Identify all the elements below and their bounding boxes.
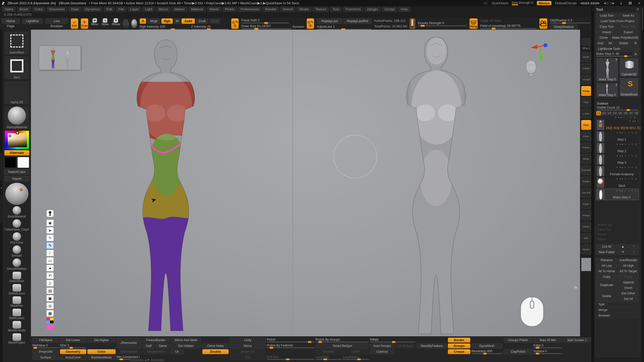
panel-scrollbar[interactable] bbox=[641, 6, 644, 362]
make-step-r-button[interactable]: R bbox=[633, 52, 639, 57]
auto-groups-button[interactable]: Auto Groups bbox=[370, 343, 394, 348]
tool-thumbnail-step[interactable]: 7 Make Step 0 bbox=[596, 83, 618, 97]
left-tray-divider[interactable]: ◄ bbox=[0, 30, 3, 362]
ruler-icon[interactable]: ∕ bbox=[46, 250, 54, 256]
shelf-button[interactable]: Persp bbox=[581, 86, 591, 96]
shelf-button[interactable]: Rotate bbox=[581, 176, 591, 187]
shelf-button[interactable]: Transp bbox=[581, 210, 591, 220]
insert-button[interactable]: Insert bbox=[618, 286, 639, 290]
refresh-icon[interactable]: ↺ bbox=[636, 8, 639, 11]
material-item[interactable]: FabioPaiva_Clay2 bbox=[4, 219, 29, 231]
menu-item[interactable]: Help bbox=[398, 7, 410, 12]
subtool-master-icons[interactable]: ▾ ●● ◐ ◑ ✎ ◎ bbox=[596, 116, 639, 119]
shelf-button[interactable]: Xpose bbox=[581, 244, 591, 254]
focal-shift-slider[interactable]: Focal Shift 0 bbox=[241, 18, 289, 23]
colorize-button[interactable]: Colorize bbox=[370, 349, 394, 354]
append-button[interactable]: Append bbox=[618, 280, 639, 285]
camera-icon[interactable]: ◎ bbox=[46, 302, 54, 309]
paste-subtool-button[interactable]: Paste bbox=[618, 275, 639, 279]
visibility-set-button[interactable]: V8 bbox=[634, 111, 639, 115]
delete-button[interactable]: Delete bbox=[596, 291, 617, 301]
menu-item[interactable]: Zplugin bbox=[364, 7, 380, 12]
undo-icon[interactable]: ↶ bbox=[46, 272, 54, 279]
sculpt-model-painted[interactable] bbox=[123, 36, 210, 336]
subtool-icons[interactable]: ▾ ●● ◐ ◑ ✎ ◎ bbox=[606, 189, 637, 192]
shelf-button[interactable]: Solo bbox=[581, 233, 591, 243]
brush-item[interactable]: MeshProject bbox=[4, 333, 29, 344]
clay-polish-button[interactable]: ClayPolish bbox=[504, 349, 533, 354]
redo-arrow-icon[interactable]: ↷ bbox=[618, 250, 628, 255]
merge-down-button[interactable]: MergeDown bbox=[142, 349, 170, 354]
subtool-item[interactable]: ▾ ●● ◐ ◑ ✎ ◎ Step 2 bbox=[596, 142, 639, 154]
hue-marker[interactable] bbox=[16, 131, 19, 134]
layout-divider-icon[interactable]: ◀❏ ❏▶ bbox=[603, 2, 615, 5]
menu-item[interactable]: Light bbox=[142, 7, 155, 12]
shelf-button[interactable]: Line Fill bbox=[581, 188, 591, 198]
fill-object-button[interactable]: FillObject bbox=[32, 338, 59, 343]
all-to-target-button[interactable]: All To Target bbox=[618, 269, 639, 274]
brush-item[interactable]: MeshExtrude bbox=[4, 321, 29, 332]
cursor-icon[interactable]: ➤ bbox=[46, 227, 54, 234]
menu-item[interactable]: Draw bbox=[68, 7, 82, 12]
groups-polish-button[interactable]: Groups Polish bbox=[504, 338, 533, 343]
visibility-set-button[interactable]: V6 bbox=[623, 111, 628, 115]
material-item[interactable]: Flat Color bbox=[4, 232, 29, 244]
material-item[interactable]: BasicMaterial bbox=[4, 206, 29, 218]
menu-item[interactable]: File bbox=[116, 7, 127, 12]
shelf-button[interactable]: Frame bbox=[581, 143, 591, 153]
draw-mode-button[interactable]: ✛ Draw bbox=[81, 18, 88, 29]
texture-label[interactable]: Import bbox=[598, 233, 612, 236]
stroke-select-rect[interactable]: SelectRect bbox=[4, 31, 29, 55]
minimize-icon[interactable]: ⇣ bbox=[618, 1, 624, 5]
menus-button[interactable]: Menus bbox=[537, 1, 552, 5]
pink-swatch[interactable] bbox=[46, 324, 54, 330]
printer-icon[interactable]: ▤ bbox=[46, 287, 54, 294]
menu-item[interactable]: Preferences bbox=[238, 7, 262, 12]
visibility-set-button[interactable]: V5 bbox=[618, 111, 623, 115]
m-button[interactable]: M bbox=[174, 18, 180, 24]
shelf-button[interactable]: Zoom bbox=[581, 131, 591, 141]
texture-label[interactable]: Clone Txtr bbox=[598, 228, 612, 231]
material-item[interactable]: SmoothValleys bbox=[4, 258, 29, 270]
subtool-item[interactable]: ▾ ●● ◐ ◑ ✎ ◎ Skull bbox=[596, 177, 639, 189]
move-down-icon[interactable]: ▼ bbox=[629, 244, 639, 249]
geometry-button[interactable]: Geometry bbox=[60, 349, 86, 354]
close-icon[interactable]: × bbox=[636, 1, 642, 5]
project-all-button[interactable]: ProjectAll bbox=[32, 349, 59, 354]
subtool-header[interactable]: Subtool bbox=[597, 102, 608, 105]
del-lower-button[interactable]: Del Lower bbox=[60, 338, 86, 343]
import-button[interactable]: Import bbox=[4, 176, 29, 182]
duplicate-button[interactable]: Duplicate bbox=[596, 280, 617, 290]
subtool-item[interactable]: ▾ ●● ◐ ◑ ✎ ◎ Female Anatomy bbox=[596, 165, 639, 177]
del-all-button[interactable]: Del All bbox=[618, 297, 639, 301]
dynamesh-button[interactable]: DynaMesh bbox=[471, 343, 503, 348]
load-tool-button[interactable]: Load Tool bbox=[596, 13, 617, 18]
subtool-icons[interactable]: ▾ ●● ◐ ◑ ✎ ◎ bbox=[606, 154, 638, 157]
rgb-intensity-slider[interactable]: Rgb Intensity 100 bbox=[140, 25, 190, 30]
brush-item[interactable]: MaskPen bbox=[4, 296, 29, 307]
menu-item[interactable]: Tool bbox=[330, 7, 341, 12]
eraser-icon[interactable]: ▭ bbox=[46, 257, 54, 264]
save-as-button[interactable]: Save As bbox=[618, 13, 639, 18]
mirror-button[interactable]: Mirror bbox=[230, 343, 266, 348]
sv-marker[interactable] bbox=[9, 135, 11, 137]
all-high-button[interactable]: All High bbox=[618, 263, 639, 268]
copy-tool-button[interactable]: Copy Tool bbox=[596, 24, 617, 29]
list-all-button[interactable]: List All bbox=[596, 244, 617, 249]
shelf-scroll-widget[interactable]: ▲▼ bbox=[130, 359, 164, 361]
make-polymesh3d-button[interactable]: Make PolyMesh3D bbox=[612, 35, 639, 40]
tray-divider-icon[interactable]: ◀▮▮▮▮ ▮▮▮▮▶ bbox=[580, 2, 600, 5]
dynamic-label[interactable]: Dynamic bbox=[293, 25, 304, 28]
goz-button[interactable]: GoZ bbox=[596, 41, 605, 46]
rename-button[interactable]: Rename bbox=[596, 258, 617, 263]
field-of-view-slider[interactable]: Field of view(deg) 39.59775 bbox=[480, 24, 537, 29]
split-section[interactable]: Split bbox=[596, 302, 639, 307]
del-mt-button[interactable]: DelMT bbox=[343, 349, 369, 354]
subtool-item[interactable]: ▾ ●● ◐ ◑ ✎ ◎ Make Step 0 bbox=[596, 189, 639, 200]
obj-shadow-slider[interactable]: ObjShadow 0.3 bbox=[550, 18, 590, 23]
morph-uv-button[interactable]: Morph UV bbox=[230, 349, 266, 354]
half-button[interactable]: Half bbox=[142, 343, 155, 348]
camera-button[interactable] bbox=[539, 18, 547, 29]
gravity-strength-slider[interactable]: Gravity Strength 0 bbox=[418, 21, 467, 26]
del-other-button[interactable]: Del Other bbox=[618, 291, 639, 296]
